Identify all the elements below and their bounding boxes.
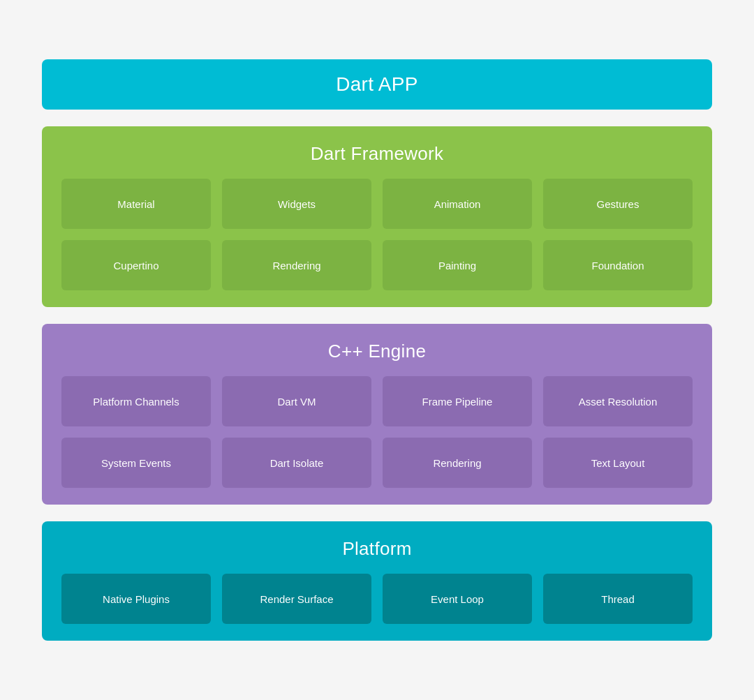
list-item: Rendering xyxy=(383,438,532,488)
platform-layer: Platform Native Plugins Render Surface E… xyxy=(42,521,712,641)
platform-grid: Native Plugins Render Surface Event Loop… xyxy=(61,574,693,624)
list-item: Painting xyxy=(383,240,532,290)
platform-title: Platform xyxy=(61,538,693,560)
list-item: Text Layout xyxy=(543,438,693,488)
list-item: Asset Resolution xyxy=(543,376,693,426)
dart-app-layer: Dart APP xyxy=(42,59,712,110)
dart-framework-title: Dart Framework xyxy=(61,143,693,165)
list-item: Material xyxy=(61,179,211,229)
list-item: Foundation xyxy=(543,240,693,290)
list-item: Widgets xyxy=(222,179,371,229)
list-item: Rendering xyxy=(222,240,371,290)
list-item: Render Surface xyxy=(222,574,371,624)
list-item: Dart Isolate xyxy=(222,438,371,488)
diagram-container: Dart APP Dart Framework Material Widgets… xyxy=(42,37,712,663)
cpp-engine-title: C++ Engine xyxy=(61,341,693,362)
cpp-engine-layer: C++ Engine Platform Channels Dart VM Fra… xyxy=(42,324,712,505)
list-item: System Events xyxy=(61,438,211,488)
list-item: Dart VM xyxy=(222,376,371,426)
dart-framework-layer: Dart Framework Material Widgets Animatio… xyxy=(42,126,712,307)
cpp-engine-grid: Platform Channels Dart VM Frame Pipeline… xyxy=(61,376,693,488)
dart-app-title: Dart APP xyxy=(61,73,693,96)
list-item: Platform Channels xyxy=(61,376,211,426)
list-item: Frame Pipeline xyxy=(383,376,532,426)
list-item: Native Plugins xyxy=(61,574,211,624)
list-item: Gestures xyxy=(543,179,693,229)
list-item: Thread xyxy=(543,574,693,624)
list-item: Event Loop xyxy=(383,574,532,624)
list-item: Cupertino xyxy=(61,240,211,290)
list-item: Animation xyxy=(383,179,532,229)
dart-framework-grid: Material Widgets Animation Gestures Cupe… xyxy=(61,179,693,290)
